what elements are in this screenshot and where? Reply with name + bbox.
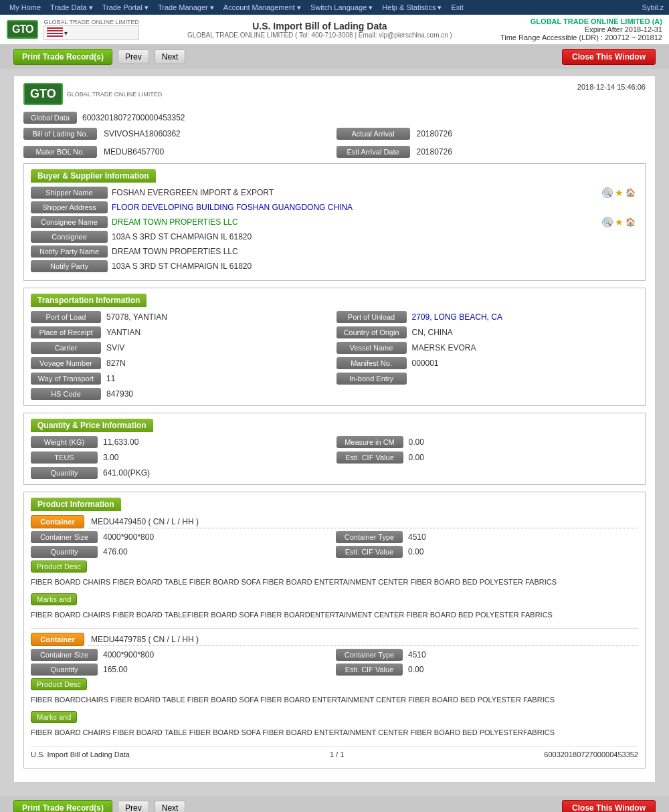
container-2-button[interactable]: Container xyxy=(31,633,84,646)
next-button-bottom[interactable]: Next xyxy=(155,801,186,812)
marks-2-button[interactable]: Marks and xyxy=(31,711,77,723)
nav-trade-data[interactable]: Trade Data ▾ xyxy=(46,2,97,13)
consignee-search-icon[interactable]: 🔍 xyxy=(602,217,613,227)
logo-subtitle: GLOBAL TRADE ONLINE LIMITED xyxy=(43,19,139,25)
header-subtitle: GLOBAL TRADE ONLINE LIMITED ( Tel: 400-7… xyxy=(187,31,452,39)
country-of-origin-value: CN, CHINA xyxy=(409,326,456,338)
transportation-section: Transportation Information Port of Load … xyxy=(23,288,646,406)
product-divider xyxy=(31,628,638,629)
carrier-row: Carrier SVIV xyxy=(31,342,333,354)
container-1-block: Container MEDU4479450 ( CN / L / HH ) Co… xyxy=(31,515,638,623)
record-card: GTO GLOBAL TRADE ONLINE LIMITED 2018-12-… xyxy=(13,76,656,783)
container-1-quantity-label: Quantity xyxy=(31,546,98,558)
shipper-address-row: Shipper Address FLOOR DEVELOPING BUILDIN… xyxy=(31,201,638,213)
buyer-supplier-header: Buyer & Supplier Information xyxy=(31,169,156,183)
shipper-search-icon[interactable]: 🔍 xyxy=(602,187,613,198)
top-navigation: My Home Trade Data ▾ Trade Portal ▾ Trad… xyxy=(0,0,669,15)
bill-of-lading-label: Bill of Lading No. xyxy=(23,128,97,140)
product-header: Product Information xyxy=(31,498,121,511)
container-2-size-label: Container Size xyxy=(31,649,98,661)
manifest-no-value: 000001 xyxy=(409,357,442,369)
print-button-bottom[interactable]: Print Trade Record(s) xyxy=(13,800,112,812)
shipper-icons: 🔍 ★ 🏠 xyxy=(602,187,638,198)
nav-trade-manager[interactable]: Trade Manager ▾ xyxy=(154,2,218,13)
consignee-star-icon[interactable]: ★ xyxy=(615,217,624,227)
account-info: GLOBAL TRADE ONLINE LIMITED (A) Expire A… xyxy=(500,17,662,41)
way-of-transport-row: Way of Transport 11 xyxy=(31,373,333,385)
flag-dropdown-icon: ▾ xyxy=(64,29,68,37)
vessel-name-row: Vessel Name MAERSK EVORA xyxy=(337,342,639,354)
teus-value: 3.00 xyxy=(100,451,121,464)
logo: GTO xyxy=(7,20,38,39)
hs-code-row: HS Code 847930 xyxy=(31,388,638,400)
page-title: U.S. Import Bill of Lading Data xyxy=(187,21,452,31)
consignee-name-value: DREAM TOWN PROPERTIES LLC xyxy=(108,216,602,228)
voyage-number-row: Voyage Number 827N xyxy=(31,357,333,369)
shipper-home-icon[interactable]: 🏠 xyxy=(626,188,636,197)
container-1-type-row: Container Type 4510 xyxy=(336,531,638,543)
measure-cm-row: Measure in CM 0.00 xyxy=(337,436,639,448)
shipper-star-icon[interactable]: ★ xyxy=(615,187,624,198)
print-button-top[interactable]: Print Trade Record(s) xyxy=(13,49,112,65)
nav-trade-portal[interactable]: Trade Portal ▾ xyxy=(98,2,153,13)
esti-cif-label: Esti. CIF Value xyxy=(337,451,403,464)
quantity-header: Quantity & Price Information xyxy=(31,419,153,432)
container-1-esti-cif-value: 0.00 xyxy=(405,546,426,558)
notify-party-label: Notify Party xyxy=(31,260,108,272)
master-bol-value: MEDUB6457700 xyxy=(101,146,333,158)
global-data-value: 60032018072700000453352 xyxy=(77,112,191,124)
nav-my-home[interactable]: My Home xyxy=(5,2,45,13)
nav-help-statistics[interactable]: Help & Statistics ▾ xyxy=(378,2,446,13)
in-bond-entry-value xyxy=(409,377,415,380)
container-2-quantity-label: Quantity xyxy=(31,664,98,676)
shipper-address-label: Shipper Address xyxy=(31,201,108,213)
consignee-label: Consignee xyxy=(31,231,108,243)
notify-party-name-label: Notify Party Name xyxy=(31,245,108,258)
actual-arrival-label: Actual Arrival xyxy=(337,128,410,140)
shipper-name-value: FOSHAN EVERGREEN IMPORT & EXPORT xyxy=(108,187,602,199)
us-flag-icon xyxy=(47,27,63,38)
container-1-type-label: Container Type xyxy=(336,531,403,543)
voyage-number-value: 827N xyxy=(104,357,128,369)
product-desc-2-button[interactable]: Product Desc xyxy=(31,678,87,690)
weight-label: Weight (KG) xyxy=(31,436,98,448)
vessel-name-value: MAERSK EVORA xyxy=(409,342,479,354)
record-footer-label: U.S. Import Bill of Lading Data xyxy=(31,750,130,758)
container-2-quantity-row: Quantity 165.00 xyxy=(31,664,333,676)
hs-code-label: HS Code xyxy=(31,388,101,400)
consignee-row: Consignee 103A S 3RD ST CHAMPAIGN IL 618… xyxy=(31,231,638,243)
container-2-type-row: Container Type 4510 xyxy=(336,649,638,661)
carrier-value: SVIV xyxy=(104,342,127,354)
container-1-quantity-row: Quantity 476.00 xyxy=(31,546,333,558)
marks-1-button[interactable]: Marks and xyxy=(31,593,77,605)
close-button-top[interactable]: Close This Window xyxy=(562,49,656,65)
consignee-home-icon[interactable]: 🏠 xyxy=(626,217,636,227)
container-2-value: MEDU4479785 ( CN / L / HH ) xyxy=(88,633,638,646)
global-data-row: Global Data 60032018072700000453352 xyxy=(23,112,646,124)
global-data-label: Global Data xyxy=(23,112,77,124)
vessel-name-label: Vessel Name xyxy=(337,342,407,354)
container-2-row: Container MEDU4479785 ( CN / L / HH ) xyxy=(31,633,638,646)
container-1-value: MEDU4479450 ( CN / L / HH ) xyxy=(88,516,638,528)
product-desc-2-text: FIBER BOARDCHAIRS FIBER BOARD TABLE FIBE… xyxy=(31,692,638,708)
close-button-bottom[interactable]: Close This Window xyxy=(562,800,656,812)
nav-exit[interactable]: Exit xyxy=(447,2,467,13)
actual-arrival-value: 20180726 xyxy=(414,128,646,140)
prev-button-top[interactable]: Prev xyxy=(118,49,149,64)
flag-selector[interactable]: ▾ xyxy=(43,25,139,40)
esti-arrival-value: 20180726 xyxy=(414,146,646,158)
prev-button-bottom[interactable]: Prev xyxy=(118,801,149,812)
quantity-value: 641.00(PKG) xyxy=(100,467,153,479)
master-bol-label: Mater BOL No. xyxy=(23,146,97,158)
container-1-button[interactable]: Container xyxy=(31,515,84,528)
container-2-esti-cif-label: Esti. CIF Value xyxy=(336,664,403,676)
nav-switch-language[interactable]: Switch Language ▾ xyxy=(306,2,377,13)
product-desc-1-button[interactable]: Product Desc xyxy=(31,561,87,573)
port-of-unload-value: 2709, LONG BEACH, CA xyxy=(409,311,505,323)
nav-account-management[interactable]: Account Management ▾ xyxy=(219,2,305,13)
next-button-top[interactable]: Next xyxy=(155,49,186,64)
measure-cm-value: 0.00 xyxy=(406,436,427,448)
container-2-type-label: Container Type xyxy=(336,649,403,661)
product-section: Product Information Container MEDU447945… xyxy=(23,492,646,769)
container-2-type-value: 4510 xyxy=(405,649,429,661)
